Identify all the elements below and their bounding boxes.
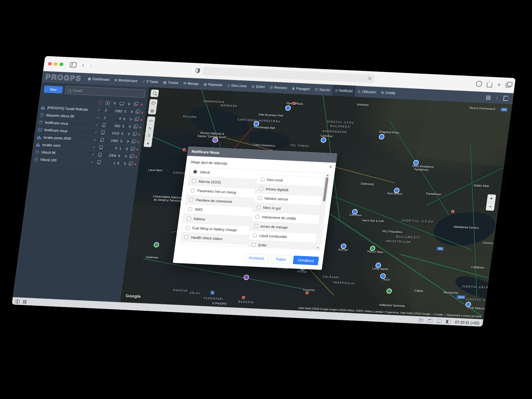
nav-item--oferi[interactable]: ◎Șoferi [248,81,268,93]
radio-icon[interactable] [254,224,258,228]
image-icon[interactable] [436,319,442,323]
cancel-button[interactable]: Anulează [244,253,269,263]
wrench-icon[interactable] [128,125,132,128]
mail-icon[interactable] [427,319,433,323]
back-button-dialog[interactable]: Înapoi [271,255,291,264]
radio-icon[interactable] [251,242,256,247]
close-window-button[interactable] [48,62,52,65]
radio-icon[interactable] [185,226,190,230]
panel-toggle-icon[interactable] [15,300,20,303]
copy-icon[interactable] [135,118,138,121]
next-button[interactable]: Următorul [293,255,319,265]
radio-icon[interactable] [193,170,198,174]
browser-sidebar-icon[interactable] [70,62,77,68]
notes-icon[interactable] [418,318,423,323]
close-dialog-icon[interactable]: × [329,164,332,169]
delete-icon[interactable]: × [137,140,140,144]
downloads-icon[interactable]: ↓ [475,81,482,87]
nav-item-notific-ri[interactable]: ◷Notificări [332,85,356,97]
nav-item-pasageri[interactable]: ♟Pasageri [289,83,313,95]
apps-grid-icon[interactable] [486,95,491,100]
wrench-icon[interactable] [123,162,127,165]
map-search-button[interactable] [150,89,159,97]
power-icon[interactable] [99,101,103,104]
forward-button[interactable]: › [88,62,94,69]
vehicle-icon[interactable] [119,102,124,105]
visibility-button[interactable] [149,99,158,107]
map-layers-button[interactable]: ▤ [148,107,157,114]
logout-icon[interactable] [503,96,508,101]
nav-item-mesaje[interactable]: ✉Mesaje [180,78,202,89]
nav-item-sarcini[interactable]: ☑Sarcini [312,84,333,96]
terms-link[interactable]: Condiții [434,313,443,316]
radio-icon[interactable] [189,198,194,202]
collapse-toolbar-button[interactable]: ▾ [144,139,152,147]
measure-button[interactable]: ▭ [147,116,155,124]
zoom-in-button[interactable]: + [487,194,496,203]
wrench-icon[interactable] [130,110,134,113]
table-icon[interactable] [446,320,451,324]
back-button[interactable]: ‹ [80,62,86,68]
nav-item-monitorizare[interactable]: ⊕Monitorizare [111,74,141,86]
delete-icon[interactable]: × [134,162,137,166]
radio-icon[interactable] [260,177,265,181]
wrench-icon[interactable] [125,147,129,150]
wrench-icon[interactable] [126,140,130,143]
delete-icon[interactable]: × [139,125,142,129]
wrench-icon[interactable] [127,132,131,135]
delete-icon[interactable]: × [136,147,139,151]
copy-icon[interactable] [132,133,136,136]
delete-icon[interactable]: × [135,155,138,159]
copy-icon[interactable] [134,125,137,128]
nav-item-trasee[interactable]: ▧Trasee [160,77,182,89]
radio-icon[interactable] [259,186,264,191]
cluster-button[interactable]: ⠿ [145,132,154,140]
wrench-icon[interactable] [124,155,128,158]
route-button[interactable]: ∿ [145,124,154,132]
radio-icon[interactable] [255,214,260,219]
reload-icon[interactable]: ↻ [368,76,372,81]
share-icon[interactable] [487,83,492,88]
nav-item-geo-zone[interactable]: ◇Geo-zone [224,80,250,92]
nav-item-unit-i[interactable]: ⊞Unități [378,87,398,99]
minimize-window-button[interactable] [54,62,58,66]
wrench-icon[interactable] [129,117,133,121]
delete-icon[interactable]: × [138,132,141,137]
copy-icon[interactable] [134,103,137,106]
new-tab-icon[interactable]: + [497,82,501,88]
copy-icon[interactable] [131,147,134,150]
search-input[interactable]: Caută [65,86,145,98]
new-notification-button[interactable]: Nou [44,85,63,93]
delete-icon[interactable]: × [140,117,143,122]
nav-item-rapoarte[interactable]: ▤Rapoarte [201,78,226,91]
copy-icon[interactable] [129,162,132,165]
radio-icon[interactable] [191,179,196,183]
refresh-icon[interactable]: ↻ [113,101,117,105]
nav-item-utilizatori[interactable]: ♙Utilizatori [354,86,379,98]
zoom-out-button[interactable]: − [486,203,495,211]
app-logo[interactable]: PROGPS [45,73,82,83]
radio-icon[interactable] [256,205,261,210]
wrench-icon[interactable] [127,103,131,106]
copy-icon[interactable] [132,140,135,143]
radio-icon[interactable] [252,233,257,238]
copy-icon[interactable] [130,155,133,158]
kebab-menu-icon[interactable]: ⋮ [495,95,499,101]
play-icon[interactable]: ▶ [106,101,110,105]
nav-item-remorci[interactable]: ⊟Remorci [267,82,290,94]
radio-icon[interactable] [186,216,191,221]
shield-icon[interactable] [195,68,200,73]
nav-item-0-tasks[interactable]: ✓0 Tasks [139,76,162,88]
radio-icon[interactable] [184,235,189,239]
copy-icon[interactable] [135,110,139,113]
radio-icon[interactable] [257,196,262,200]
scroll-up-icon[interactable]: ▲ [326,174,329,177]
delete-icon[interactable]: × [141,110,144,114]
radio-icon[interactable] [190,188,195,193]
nav-item-dashboard[interactable]: ▦Dashboard [85,73,112,85]
radio-icon[interactable] [188,207,193,211]
tab-overview-icon[interactable] [505,83,511,88]
zoom-window-button[interactable] [59,62,63,66]
close-icon[interactable]: × [140,103,143,107]
grid-view-icon[interactable] [23,300,27,303]
